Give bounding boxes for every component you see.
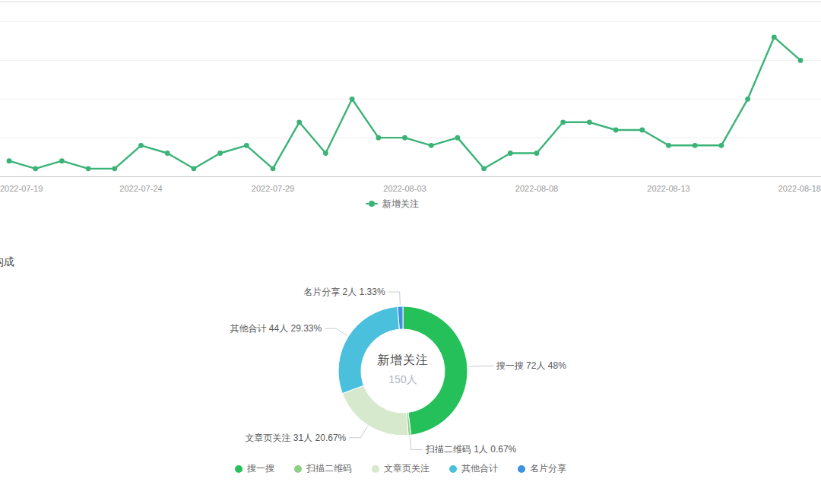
donut-callout-line bbox=[388, 292, 401, 305]
section-title-composition: 构成 bbox=[0, 255, 14, 269]
x-axis-tick-label: 2022-08-13 bbox=[647, 184, 689, 193]
data-point[interactable] bbox=[217, 151, 223, 156]
donut-callout-line bbox=[469, 366, 493, 366]
data-point[interactable] bbox=[481, 166, 487, 171]
x-axis-tick-label: 2022-08-18 bbox=[778, 184, 821, 193]
legend-item-label: 扫描二维码 bbox=[306, 462, 352, 475]
line-series bbox=[9, 37, 800, 169]
legend-swatch-icon bbox=[294, 465, 302, 473]
donut-segment[interactable] bbox=[403, 306, 468, 435]
donut-segment[interactable] bbox=[338, 306, 399, 393]
line-chart-legend[interactable]: 新增关注 bbox=[366, 197, 419, 211]
legend-item-label: 搜一搜 bbox=[247, 462, 274, 475]
donut-legend-item[interactable]: 文章页关注 bbox=[372, 462, 430, 475]
data-point[interactable] bbox=[86, 166, 91, 171]
data-point[interactable] bbox=[560, 119, 566, 125]
data-point[interactable] bbox=[508, 151, 513, 156]
data-point[interactable] bbox=[798, 58, 804, 63]
data-point[interactable] bbox=[33, 166, 38, 171]
donut-legend-item[interactable]: 名片分享 bbox=[518, 462, 566, 475]
data-point[interactable] bbox=[138, 143, 144, 148]
legend-item-label: 文章页关注 bbox=[384, 462, 430, 475]
data-point[interactable] bbox=[244, 143, 249, 148]
legend-swatch-icon bbox=[235, 465, 242, 473]
data-point[interactable] bbox=[534, 151, 540, 156]
data-point[interactable] bbox=[59, 158, 65, 163]
donut-callout-label: 名片分享 2人 1.33% bbox=[303, 287, 385, 297]
legend-swatch-icon bbox=[449, 465, 457, 473]
donut-legend-item[interactable]: 其他合计 bbox=[449, 462, 498, 475]
data-point[interactable] bbox=[192, 166, 197, 171]
data-point[interactable] bbox=[745, 97, 750, 102]
data-point[interactable] bbox=[323, 151, 328, 156]
x-axis-tick-label: 2022-08-08 bbox=[515, 184, 558, 193]
donut-callout-line bbox=[349, 426, 367, 437]
donut-legend: 搜一搜扫描二维码文章页关注其他合计名片分享 bbox=[0, 462, 811, 475]
donut-chart[interactable]: 搜一搜 72人 48%扫描二维码 1人 0.67%文章页关注 31人 20.67… bbox=[0, 274, 821, 460]
legend-item-label: 名片分享 bbox=[530, 462, 566, 475]
data-point[interactable] bbox=[693, 143, 698, 148]
data-point[interactable] bbox=[7, 158, 12, 163]
data-point[interactable] bbox=[639, 128, 645, 133]
data-point[interactable] bbox=[429, 143, 434, 148]
x-axis-tick-label: 2022-07-29 bbox=[252, 184, 294, 193]
data-point[interactable] bbox=[666, 143, 671, 148]
data-point[interactable] bbox=[455, 135, 461, 141]
donut-callout-label: 文章页关注 31人 20.67% bbox=[246, 433, 347, 443]
data-point[interactable] bbox=[271, 166, 276, 171]
donut-callout-label: 搜一搜 72人 48% bbox=[496, 360, 566, 371]
x-axis-tick-label: 2022-07-24 bbox=[119, 184, 162, 193]
data-point[interactable] bbox=[376, 135, 381, 141]
donut-callout-label: 其他合计 44人 29.33% bbox=[230, 323, 322, 334]
data-point[interactable] bbox=[165, 151, 170, 156]
data-point[interactable] bbox=[296, 119, 302, 125]
x-axis-tick-label: 2022-07-19 bbox=[0, 184, 43, 193]
donut-legend-item[interactable]: 搜一搜 bbox=[235, 462, 274, 475]
legend-item-label: 其他合计 bbox=[461, 462, 498, 475]
legend-swatch-icon bbox=[518, 465, 525, 473]
x-axis-tick-label: 2022-08-03 bbox=[383, 184, 426, 193]
data-point[interactable] bbox=[613, 128, 619, 133]
donut-legend-item[interactable]: 扫描二维码 bbox=[294, 462, 352, 475]
line-legend-marker-icon bbox=[366, 200, 378, 208]
line-legend-label: 新增关注 bbox=[382, 198, 419, 211]
data-point[interactable] bbox=[719, 143, 724, 148]
data-point[interactable] bbox=[350, 97, 355, 102]
data-point[interactable] bbox=[587, 119, 592, 125]
data-point[interactable] bbox=[402, 135, 407, 141]
donut-callout-label: 扫描二维码 1人 0.67% bbox=[426, 444, 517, 455]
donut-callout-line bbox=[325, 328, 347, 335]
legend-swatch-icon bbox=[372, 465, 379, 473]
donut-callout-line bbox=[410, 437, 423, 450]
donut-segment[interactable] bbox=[342, 385, 408, 436]
data-point[interactable] bbox=[112, 166, 117, 171]
data-point[interactable] bbox=[772, 35, 777, 40]
line-chart[interactable]: 2022-07-192022-07-242022-07-292022-08-03… bbox=[0, 0, 821, 195]
